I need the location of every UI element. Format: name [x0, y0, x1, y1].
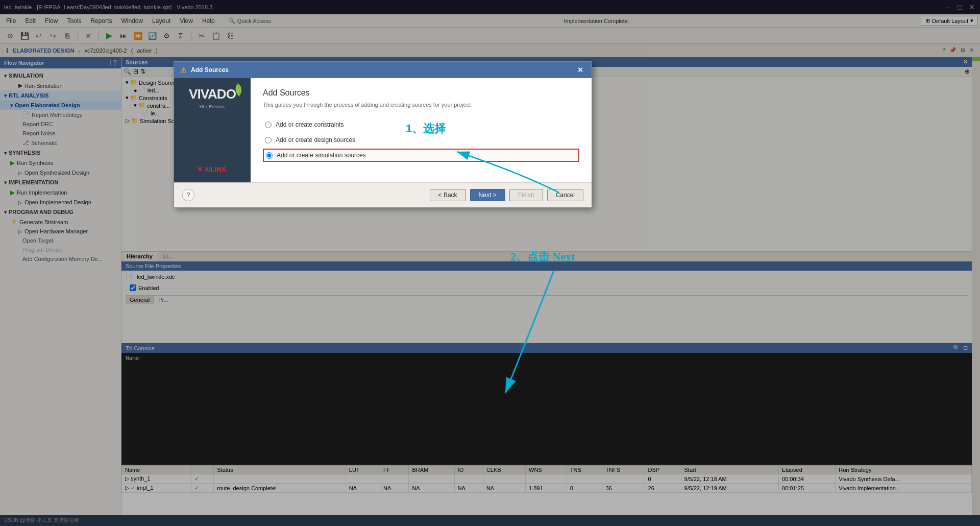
modal-title-group: ⚠ Add Sources	[180, 66, 229, 74]
warning-icon: ⚠	[180, 66, 187, 74]
modal-branding: VIVADO HLx Editions ✕ XILINX.	[174, 78, 251, 182]
vivado-leaf	[232, 82, 244, 100]
modal-close-button[interactable]: ✕	[575, 65, 585, 75]
footer-buttons: < Back Next > Finish Cancel	[430, 189, 583, 201]
vivado-logo-graphic: VIVADO	[189, 86, 236, 102]
annotation-1-text: 1、选择	[406, 121, 446, 136]
xilinx-x-icon: ✕	[197, 165, 203, 173]
vivado-logo: VIVADO HLx Editions	[189, 86, 236, 109]
finish-button[interactable]: Finish	[509, 189, 543, 201]
cancel-button[interactable]: Cancel	[547, 189, 583, 201]
modal-heading: Add Sources	[263, 88, 579, 98]
radio-simulation-sources[interactable]: Add or create simulation sources	[263, 149, 579, 162]
modal-body: VIVADO HLx Editions ✕ XILINX.	[174, 78, 592, 182]
modal-overlay: ⚠ Add Sources ✕ VIVADO	[0, 0, 980, 526]
modal-footer: ? < Back Next > Finish Cancel	[174, 182, 592, 207]
modal-titlebar: ⚠ Add Sources ✕	[174, 62, 592, 78]
help-button[interactable]: ?	[182, 189, 194, 201]
radio-constraints-label: Add or create constraints	[276, 121, 344, 128]
vivado-name: VIVADO	[189, 86, 236, 102]
radio-simulation-label: Add or create simulation sources	[277, 152, 366, 159]
modal-title: Add Sources	[191, 66, 229, 74]
radio-constraints-input[interactable]	[265, 122, 272, 128]
radio-design-label: Add or create design sources	[276, 136, 355, 144]
add-sources-dialog: ⚠ Add Sources ✕ VIVADO	[174, 61, 592, 208]
radio-design-input[interactable]	[265, 137, 272, 144]
back-button[interactable]: < Back	[430, 189, 466, 201]
modal-description: This guides you through the process of a…	[263, 102, 579, 108]
radio-simulation-input[interactable]	[266, 152, 273, 159]
modal-content: Add Sources This guides you through the …	[251, 78, 592, 182]
next-button[interactable]: Next >	[470, 189, 505, 201]
vivado-edition: HLx Editions	[189, 104, 236, 109]
xilinx-name: ✕ XILINX.	[197, 165, 228, 173]
xilinx-logo: ✕ XILINX.	[197, 163, 228, 174]
